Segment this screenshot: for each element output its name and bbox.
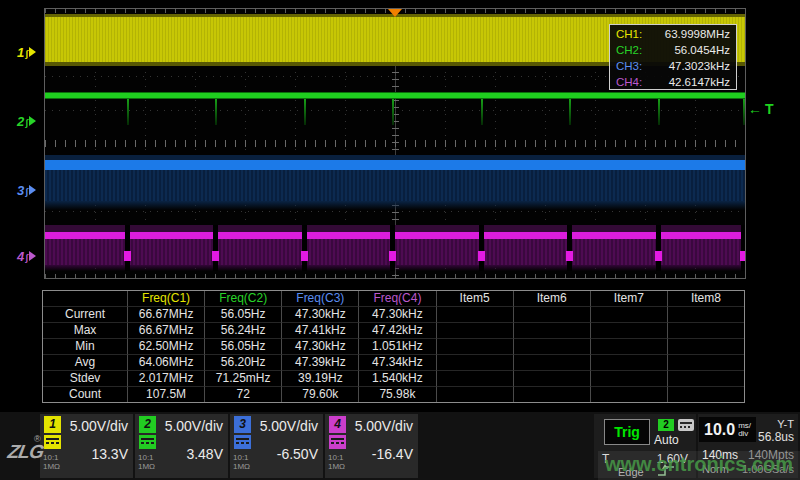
table-value: 47.42kHz bbox=[358, 322, 435, 338]
table-value bbox=[590, 354, 667, 370]
ch2-pulse bbox=[215, 99, 217, 125]
freq-label-ch3: CH3: bbox=[616, 58, 642, 74]
table-value: 47.39kHz bbox=[281, 354, 358, 370]
ch4-badge[interactable]: 4 bbox=[329, 416, 346, 433]
table-value bbox=[590, 370, 667, 386]
channel1-settings[interactable]: 1 10:1 1MΩ 5.00V/div 13.3V bbox=[40, 414, 133, 478]
table-header-freq-c4[interactable]: Freq(C4) bbox=[358, 291, 435, 306]
right-arrow-icon bbox=[29, 47, 36, 57]
table-value bbox=[436, 354, 513, 370]
ch4-gap bbox=[741, 225, 746, 271]
watermark: www.cntronics.com bbox=[598, 453, 800, 476]
coupling-glyph-icon: ʃ bbox=[25, 118, 28, 128]
ch1-badge[interactable]: 1 bbox=[44, 416, 61, 433]
registered-mark: ® bbox=[34, 434, 41, 444]
table-header-item6[interactable]: Item6 bbox=[513, 291, 590, 306]
table-value bbox=[436, 306, 513, 322]
table-value bbox=[436, 338, 513, 354]
probe-ratio: 10:1 bbox=[138, 453, 155, 462]
table-value bbox=[436, 370, 513, 386]
ch4-gap bbox=[390, 225, 395, 271]
table-value: 75.98k bbox=[358, 386, 435, 402]
table-header-item7[interactable]: Item7 bbox=[590, 291, 667, 306]
ch4-position-marker[interactable]: 4ʃ bbox=[17, 249, 36, 263]
table-value: 72 bbox=[204, 386, 281, 402]
ch4-gap bbox=[567, 225, 572, 271]
table-value bbox=[513, 338, 590, 354]
table-value bbox=[513, 370, 590, 386]
table-value bbox=[590, 386, 667, 402]
ch1-coupling-icon[interactable] bbox=[44, 435, 61, 449]
coupling-glyph-icon: ʃ bbox=[25, 187, 28, 197]
ch4-coupling-icon[interactable] bbox=[329, 435, 346, 449]
freq-readout-panel: CH1: 63.9998MHz CH2: 56.0454Hz CH3: 47.3… bbox=[609, 24, 737, 90]
channel2-settings[interactable]: 2 10:1 1MΩ 5.00V/div 3.48V bbox=[135, 414, 228, 478]
table-value bbox=[590, 338, 667, 354]
row-label: Max bbox=[43, 322, 127, 338]
freq-row-ch4: CH4: 42.6147kHz bbox=[610, 74, 736, 90]
row-label: Stdev bbox=[43, 370, 127, 386]
table-value: 66.67MHz bbox=[127, 322, 204, 338]
table-header-item5[interactable]: Item5 bbox=[436, 291, 513, 306]
ch2-pulse bbox=[127, 99, 129, 125]
trigger-delay: 56.8us bbox=[758, 430, 794, 444]
probe-ratio: 10:1 bbox=[43, 453, 60, 462]
ch3-badge[interactable]: 3 bbox=[234, 416, 251, 433]
ch2-marker-number: 2 bbox=[17, 114, 24, 129]
ch2-pulse bbox=[658, 99, 660, 125]
table-corner-cell bbox=[43, 291, 127, 306]
trigger-sweep-mode[interactable]: Auto bbox=[654, 433, 679, 447]
table-value: 79.60k bbox=[281, 386, 358, 402]
ch2-position-marker[interactable]: 2ʃ bbox=[17, 114, 36, 128]
table-value: 56.05Hz bbox=[204, 338, 281, 354]
table-value bbox=[667, 322, 744, 338]
freq-value-ch2: 56.0454Hz bbox=[674, 42, 730, 58]
ch2-probe-info: 10:1 1MΩ bbox=[138, 453, 155, 471]
row-label: Count bbox=[43, 386, 127, 402]
ch4-trace bbox=[45, 225, 745, 271]
display-mode: Y-T bbox=[777, 418, 794, 430]
timebase-scale-button[interactable]: 10.0 ms/ div bbox=[699, 417, 756, 442]
freq-value-ch1: 63.9998MHz bbox=[665, 26, 730, 42]
trigger-source-badge[interactable]: 2 bbox=[658, 419, 674, 431]
input-impedance: 1MΩ bbox=[43, 462, 60, 471]
table-value: 47.30kHz bbox=[358, 306, 435, 322]
table-value bbox=[667, 306, 744, 322]
table-header-freq-c2[interactable]: Freq(C2) bbox=[204, 291, 281, 306]
ch3-coupling-icon[interactable] bbox=[234, 435, 251, 449]
table-value bbox=[436, 322, 513, 338]
row-label: Avg bbox=[43, 354, 127, 370]
ch1-position-marker[interactable]: 1ʃ bbox=[17, 45, 36, 59]
ch2-pulse bbox=[304, 99, 306, 125]
trigger-coupling-icon[interactable] bbox=[678, 419, 694, 431]
ch2-pulse bbox=[392, 99, 394, 125]
ch2-coupling-icon[interactable] bbox=[139, 435, 156, 449]
table-value bbox=[667, 370, 744, 386]
ch3-trace bbox=[45, 160, 745, 170]
ch2-badge[interactable]: 2 bbox=[139, 416, 156, 433]
ch4-vdiv: 5.00V/div bbox=[355, 418, 413, 434]
timebase-scale: 10.0 bbox=[704, 421, 735, 439]
right-arrow-icon bbox=[29, 116, 36, 126]
ch4-burst-dot bbox=[740, 251, 746, 261]
ch4-probe-info: 10:1 1MΩ bbox=[328, 453, 345, 471]
table-value: 39.19Hz bbox=[281, 370, 358, 386]
right-arrow-icon bbox=[29, 185, 36, 195]
channel4-settings[interactable]: 4 10:1 1MΩ 5.00V/div -16.4V bbox=[325, 414, 418, 478]
table-value: 2.017MHz bbox=[127, 370, 204, 386]
channel3-settings[interactable]: 3 10:1 1MΩ 5.00V/div -6.50V bbox=[230, 414, 323, 478]
ch4-gap bbox=[213, 225, 218, 271]
ch4-gap bbox=[479, 225, 484, 271]
probe-ratio: 10:1 bbox=[328, 453, 345, 462]
freq-row-ch1: CH1: 63.9998MHz bbox=[610, 26, 736, 42]
ch2-trace bbox=[45, 92, 745, 99]
ch2-pulse bbox=[569, 99, 571, 125]
table-value: 71.25mHz bbox=[204, 370, 281, 386]
trigger-position-marker[interactable] bbox=[388, 9, 402, 17]
table-header-freq-c1[interactable]: Freq(C1) bbox=[127, 291, 204, 306]
trig-button[interactable]: Trig bbox=[604, 419, 650, 445]
trigger-level-marker[interactable]: ← T bbox=[748, 101, 774, 117]
table-header-freq-c3[interactable]: Freq(C3) bbox=[281, 291, 358, 306]
table-header-item8[interactable]: Item8 bbox=[667, 291, 744, 306]
ch3-position-marker[interactable]: 3ʃ bbox=[17, 183, 36, 197]
